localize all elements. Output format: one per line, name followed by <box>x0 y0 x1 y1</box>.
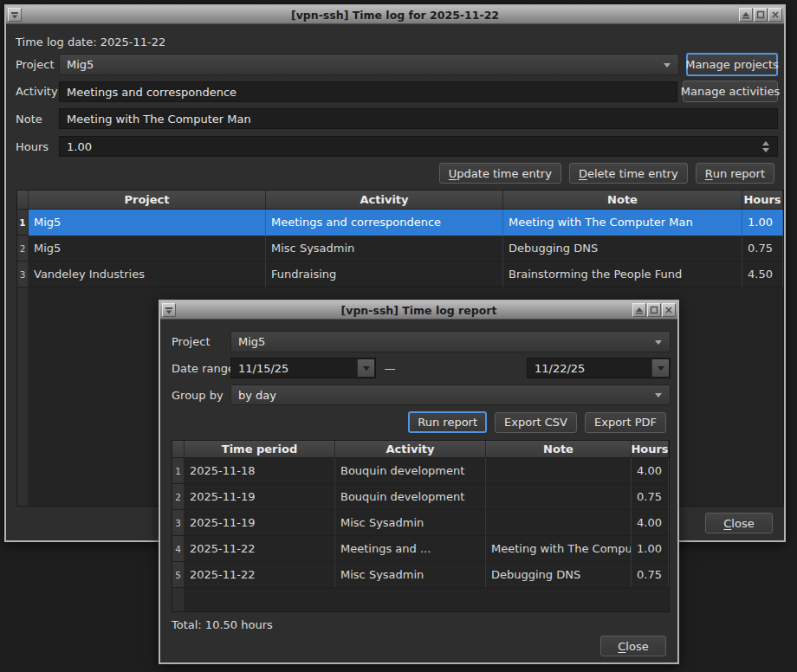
run-report-button[interactable]: Run report <box>696 163 774 184</box>
close-icon <box>664 306 673 314</box>
note-input[interactable]: Meeting with The Computer Man <box>59 108 778 129</box>
column-header[interactable]: Hours <box>742 191 783 210</box>
titlebar[interactable]: [vpn-ssh] Time log for 2025-11-22 <box>6 6 784 24</box>
table-cell: Meeting with The Computer Man <box>503 210 742 236</box>
update-time-entry-button[interactable]: Update time entry <box>439 163 561 184</box>
close-button[interactable] <box>662 303 676 317</box>
maximize-icon <box>756 10 765 19</box>
table-cell: 4.00 <box>632 510 669 536</box>
table-row[interactable]: 22025-11-19Bouquin development0.75 <box>172 484 669 510</box>
hours-label: Hours <box>16 136 49 157</box>
date-start-dropdown-button[interactable] <box>357 359 374 377</box>
report-project-label: Project <box>172 331 210 352</box>
table-row[interactable]: 12025-11-18Bouquin development4.00 <box>172 458 669 484</box>
table-cell <box>486 484 632 510</box>
row-number: 1 <box>17 210 29 236</box>
column-header[interactable]: Note <box>486 441 632 458</box>
table-row[interactable]: 52025-11-22Misc SysadminDebugging DNS0.7… <box>172 562 669 588</box>
table-cell: 0.75 <box>632 484 669 510</box>
row-number: 2 <box>17 236 29 262</box>
column-header[interactable]: Activity <box>266 191 503 210</box>
entry-actions-row: Update time entry Delete time entry Run … <box>439 163 774 184</box>
shade-button[interactable] <box>632 303 646 317</box>
row-number: 3 <box>172 510 185 536</box>
window-menu-button[interactable] <box>8 8 22 22</box>
date-start-picker[interactable]: 11/15/25 <box>230 358 376 378</box>
table-row[interactable]: 1Mig5Meetings and correspondenceMeeting … <box>17 210 783 236</box>
total-hours-label: Total: 10.50 hours <box>172 617 273 632</box>
maximize-button[interactable] <box>754 8 768 22</box>
export-pdf-button[interactable]: Export PDF <box>585 412 666 433</box>
maximize-icon <box>650 306 658 314</box>
shade-icon <box>635 307 644 314</box>
column-header[interactable]: Project <box>29 191 266 210</box>
table-row[interactable]: 2Mig5Misc SysadminDebugging DNS0.75 <box>17 236 783 262</box>
report-project-combobox[interactable]: Mig5 <box>230 331 671 352</box>
report-dialog: [vpn-ssh] Time log report Project Mig5 D… <box>159 300 679 664</box>
table-row[interactable]: 3Vandeley IndustriesFundraisingBrainstor… <box>17 262 783 288</box>
table-cell: Vandeley Industries <box>29 262 266 288</box>
table-cell: 2025-11-22 <box>185 562 335 588</box>
manage-projects-button[interactable]: Manage projects <box>686 53 778 76</box>
column-header[interactable]: Note <box>503 191 742 210</box>
table-empty-row-header <box>17 288 29 506</box>
dialog-run-report-button[interactable]: Run report <box>408 411 487 433</box>
table-cell: 4.00 <box>632 458 669 484</box>
note-label: Note <box>16 108 42 129</box>
table-cell: Debugging DNS <box>503 236 742 262</box>
project-combobox-value: Mig5 <box>67 58 94 71</box>
close-icon <box>771 10 780 19</box>
project-label: Project <box>16 54 54 75</box>
table-cell: Brainstorming the People Fund <box>503 262 742 288</box>
delete-time-entry-button[interactable]: Delete time entry <box>569 163 688 184</box>
activity-input[interactable]: Meetings and correspondence <box>59 81 677 102</box>
spin-down-icon[interactable] <box>762 148 769 152</box>
project-combobox[interactable]: Mig5 <box>59 54 679 75</box>
table-cell: Bouquin development <box>335 458 486 484</box>
close-window-button[interactable]: Close <box>705 513 773 533</box>
table-row[interactable]: 32025-11-19Misc Sysadmin4.00 <box>172 510 669 536</box>
table-cell: 0.75 <box>742 236 783 262</box>
maximize-button[interactable] <box>647 303 661 317</box>
table-cell: 1.00 <box>742 210 783 236</box>
chevron-down-icon <box>658 366 664 371</box>
close-button[interactable] <box>768 8 782 22</box>
table-cell: 2025-11-18 <box>185 458 335 484</box>
window-menu-button[interactable] <box>162 303 176 317</box>
table-cell: 4.50 <box>742 262 783 288</box>
manage-activities-button[interactable]: Manage activities <box>683 81 778 102</box>
table-cell: 2025-11-19 <box>185 510 335 536</box>
date-end-dropdown-button[interactable] <box>651 359 669 377</box>
table-cell: Meetings and ... <box>335 536 486 562</box>
column-header[interactable]: Activity <box>335 441 486 458</box>
group-by-combobox[interactable]: by day <box>230 384 671 405</box>
table-cell: 2025-11-19 <box>185 484 335 510</box>
column-header[interactable]: Hours <box>632 441 669 458</box>
report-actions-row: Run report Export CSV Export PDF <box>408 411 666 433</box>
table-cell <box>486 458 632 484</box>
dialog-titlebar[interactable]: [vpn-ssh] Time log report <box>160 301 677 320</box>
table-cell: Mig5 <box>29 210 266 236</box>
date-range-label: Date range <box>172 358 235 378</box>
row-number: 3 <box>17 262 29 288</box>
chevron-down-icon <box>655 340 662 345</box>
activity-label: Activity <box>16 81 58 102</box>
table-cell: Misc Sysadmin <box>335 562 486 588</box>
table-row[interactable]: 42025-11-22Meetings and ...Meeting with … <box>172 536 669 562</box>
hours-spinbox-value: 1.00 <box>67 140 92 153</box>
row-number: 1 <box>172 458 185 484</box>
table-cell: 0.75 <box>632 562 669 588</box>
spin-up-icon[interactable] <box>762 141 769 145</box>
table-corner <box>17 191 29 210</box>
export-csv-button[interactable]: Export CSV <box>495 412 577 433</box>
dialog-close-button[interactable]: Close <box>600 636 666 656</box>
date-start-value: 11/15/25 <box>238 362 288 375</box>
table-cell <box>486 510 632 536</box>
shade-button[interactable] <box>739 8 753 22</box>
report-project-value: Mig5 <box>238 335 265 348</box>
date-end-picker[interactable]: 11/22/25 <box>527 358 671 378</box>
hours-spinbox[interactable]: 1.00 <box>59 136 778 157</box>
chevron-down-icon <box>664 63 671 68</box>
table-cell: Bouquin development <box>335 484 486 510</box>
column-header[interactable]: Time period <box>185 441 335 458</box>
